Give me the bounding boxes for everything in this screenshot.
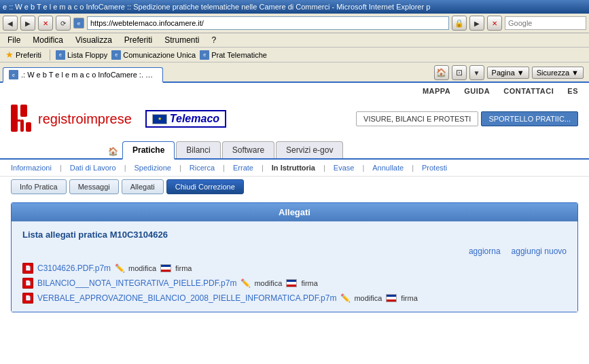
allegati-header: Allegati (12, 203, 577, 221)
pagina-button[interactable]: Pagina ▼ (487, 67, 529, 79)
firma-flag-2 (286, 279, 297, 287)
pagina-label: Pagina ▼ (492, 69, 524, 77)
subnav-in-istruttoria[interactable]: In Istruttoria (272, 164, 315, 172)
top-nav-contattaci[interactable]: CONTATTACI (503, 87, 554, 95)
lock-icon: 🔒 (452, 16, 467, 31)
file-row: 📄 C3104626.PDF.p7m ✏️ modifica firma (22, 263, 567, 274)
browser-tab-main[interactable]: e .: W e b T e l e m a c o InfoCamere :.… (3, 67, 163, 83)
stop-button[interactable]: ✕ (38, 16, 53, 31)
menu-bar: File Modifica Visualizza Preferiti Strum… (0, 33, 589, 48)
tab-favicon: e (9, 70, 18, 79)
aggiungi-nuovo-link[interactable]: aggiungi nuovo (512, 247, 567, 256)
top-nav: MAPPA GUIDA CONTATTACI ES (0, 83, 589, 96)
firma-flag-3 (386, 294, 397, 302)
file-link-1[interactable]: C3104626.PDF.p7m (37, 263, 111, 273)
messaggi-button[interactable]: Messaggi (69, 179, 119, 194)
browser-tab-label: .: W e b T e l e m a c o InfoCamere :. S… (21, 71, 157, 79)
menu-strumenti[interactable]: Strumenti (162, 35, 201, 46)
modifica-link-1[interactable]: modifica (128, 264, 156, 272)
modifica-link-2[interactable]: modifica (254, 279, 282, 287)
forward-button[interactable]: ▶ (20, 16, 35, 31)
edit-icon-1: ✏️ (115, 263, 124, 273)
file-link-2[interactable]: BILANCIO___NOTA_INTEGRATIVA_PIELLE.PDF.p… (37, 278, 236, 288)
firma-link-1[interactable]: firma (175, 264, 192, 272)
logo-area: registroimprese ★ Telemaco VISURE, BILAN… (0, 96, 589, 141)
back-button[interactable]: ◀ (3, 16, 18, 31)
subnav-dati-lavoro[interactable]: Dati di Lavoro (70, 164, 116, 172)
file-row: 📄 VERBALE_APPROVAZIONE_BILANCIO_2008_PIE… (22, 293, 567, 304)
address-input[interactable] (87, 16, 449, 30)
fav-link-label-3: Prat Telematiche (211, 51, 267, 59)
browser-tab-bar: e .: W e b T e l e m a c o InfoCamere :.… (0, 62, 589, 83)
subnav-protesti[interactable]: Protesti (422, 164, 447, 172)
firma-link-2[interactable]: firma (301, 279, 317, 287)
subnav-annullate[interactable]: Annullate (372, 164, 404, 172)
tab-pratiche[interactable]: Pratiche (122, 141, 175, 160)
menu-preferiti[interactable]: Preferiti (122, 35, 154, 46)
registroimprese-text: registroimprese (38, 111, 132, 127)
right-buttons: VISURE, BILANCI E PROTESTI SPORTELLO PRA… (356, 111, 578, 126)
edit-icon-2: ✏️ (240, 278, 250, 288)
subnav-spedizione[interactable]: Spedizione (135, 164, 171, 172)
logo-left: registroimprese ★ Telemaco (11, 102, 226, 136)
telemaco-logo: ★ Telemaco (145, 110, 226, 128)
refresh-button[interactable]: ⟳ (56, 16, 71, 31)
fav-prat-telematiche[interactable]: e Prat Telematiche (200, 50, 267, 60)
aggiorna-row: aggiorna aggiungi nuovo (22, 247, 567, 256)
menu-modifica[interactable]: Modifica (31, 35, 65, 46)
home-icon: 🏠 (108, 147, 118, 156)
search-input[interactable] (505, 16, 586, 30)
tab-servizi-egov[interactable]: Servizi e-gov (276, 141, 343, 158)
top-nav-guida[interactable]: GUIDA (464, 87, 490, 95)
firma-flag-1 (160, 264, 171, 272)
print-button[interactable]: ⊡ (452, 65, 467, 80)
file-link-3[interactable]: VERBALE_APPROVAZIONE_BILANCIO_2008_PIELL… (37, 293, 336, 303)
go-button[interactable]: ▶ (469, 16, 484, 31)
file-row: 📄 BILANCIO___NOTA_INTEGRATIVA_PIELLE.PDF… (22, 278, 567, 289)
info-pratica-button[interactable]: Info Pratica (11, 179, 67, 194)
subnav-ricerca[interactable]: Ricerca (190, 164, 215, 172)
fav-lista-floppy[interactable]: e Lista Floppy (56, 50, 107, 60)
edit-icon-3: ✏️ (340, 293, 350, 303)
fav-icon-1: e (56, 50, 65, 60)
home-tab-icon[interactable]: 🏠 (105, 145, 121, 158)
fav-link-label-2: Comunicazione Unica (123, 51, 196, 59)
modifica-link-3[interactable]: modifica (354, 294, 382, 302)
file-icon-2: 📄 (22, 278, 33, 289)
tab-bilanci[interactable]: Bilanci (176, 141, 220, 158)
subnav-evase[interactable]: Evase (334, 164, 355, 172)
allegati-body: Lista allegati pratica M10C3104626 aggio… (12, 221, 577, 312)
subnav-errate[interactable]: Errate (233, 164, 253, 172)
action-buttons-row: Info Pratica Messaggi Allegati Chiudi Co… (0, 177, 589, 197)
pratica-id: M10C3104626 (110, 230, 168, 240)
allegati-button[interactable]: Allegati (122, 179, 164, 194)
top-nav-es[interactable]: ES (567, 87, 578, 95)
print-dropdown[interactable]: ▼ (469, 65, 484, 80)
tab-software[interactable]: Software (222, 141, 274, 158)
subnav-informazioni[interactable]: Informazioni (11, 164, 52, 172)
chiudi-correzione-button[interactable]: Chiudi Correzione (166, 179, 244, 194)
sportello-button[interactable]: SPORTELLO PRATIIC... (481, 111, 578, 126)
top-nav-mappa[interactable]: MAPPA (423, 87, 450, 95)
telemaco-text: Telemaco (170, 113, 219, 125)
file-icon-1: 📄 (22, 263, 33, 274)
fav-comunicazione-unica[interactable]: e Comunicazione Unica (111, 50, 196, 60)
sicurezza-button[interactable]: Sicurezza ▼ (532, 67, 584, 79)
address-bar: e 🔒 ▶ ✕ (73, 16, 502, 31)
favorites-button[interactable]: ★ Preferiti (3, 49, 44, 60)
sub-nav: Informazioni | Dati di Lavoro | Spedizio… (0, 160, 589, 177)
menu-file[interactable]: File (5, 35, 22, 46)
fav-icon-2: e (111, 50, 121, 60)
star-icon: ★ (5, 50, 14, 60)
menu-visualizza[interactable]: Visualizza (73, 35, 114, 46)
visure-button[interactable]: VISURE, BILANCI E PROTESTI (356, 111, 478, 126)
address-icon: e (73, 18, 84, 29)
registroimprese-logo: registroimprese (11, 102, 132, 136)
home-toolbar-button[interactable]: 🏠 (434, 65, 449, 80)
firma-link-3[interactable]: firma (401, 294, 417, 302)
close-address-button[interactable]: ✕ (487, 16, 502, 31)
aggiorna-link[interactable]: aggiorna (469, 247, 501, 256)
menu-help[interactable]: ? (210, 35, 219, 46)
window-title: e :: W e b T e l e m a c o InfoCamere ::… (3, 3, 430, 11)
fav-icon-3: e (200, 50, 209, 60)
